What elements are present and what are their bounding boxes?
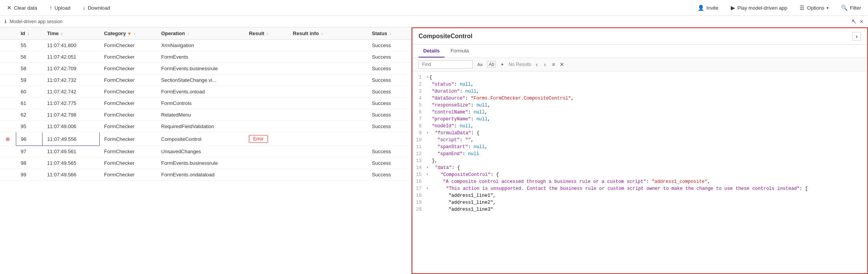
row-category: FormChecker	[99, 157, 157, 169]
row-indicator	[0, 63, 16, 74]
table-row[interactable]: ⊗9611:07:49.556FormCheckerCompositeContr…	[0, 132, 411, 146]
row-resultinfo	[288, 121, 368, 132]
toolbar: ✕ Clear data ↑ Upload ↓ Download 👤 Invit…	[0, 0, 868, 16]
find-regex[interactable]: ✦	[499, 61, 505, 68]
row-operation: FormEvents.ondataload	[157, 169, 244, 181]
find-input[interactable]	[419, 60, 473, 69]
json-line: 3 "duration": null,	[412, 88, 867, 95]
row-category: FormChecker	[99, 86, 157, 98]
clear-data-button[interactable]: ✕ Clear data	[5, 3, 39, 12]
line-content: "address1_line3"	[426, 207, 867, 212]
table-row[interactable]: 9911:07:49.566FormCheckerFormEvents.onda…	[0, 169, 411, 181]
th-category[interactable]: Category ▼ ↕	[99, 27, 157, 40]
collapse-button[interactable]: ▾	[426, 186, 429, 191]
row-category: FormChecker	[99, 63, 157, 74]
table-row[interactable]: 5811:07:42.709FormCheckerFormEvents.busi…	[0, 63, 411, 74]
line-number: 6	[412, 110, 426, 115]
json-line: 11 "spanStart": null,	[412, 144, 867, 151]
row-resultinfo	[288, 74, 368, 86]
row-result	[244, 109, 288, 121]
table-row[interactable]: 6011:07:42.742FormCheckerFormEvents.onlo…	[0, 86, 411, 98]
json-viewer: 1▾{2 "status": null,3 "duration": null,4…	[412, 71, 867, 273]
row-resultinfo	[288, 63, 368, 74]
th-time[interactable]: Time ↕	[43, 27, 100, 40]
table-row[interactable]: 6111:07:42.775FormCheckerFormControlsSuc…	[0, 98, 411, 109]
table-row[interactable]: 6211:07:42.798FormCheckerRelatedMenuSucc…	[0, 109, 411, 121]
collapse-button[interactable]: ▾	[426, 165, 429, 170]
row-category: FormChecker	[99, 40, 157, 51]
row-indicator	[0, 74, 16, 86]
download-button[interactable]: ↓ Download	[80, 3, 112, 12]
tab-details[interactable]: Details	[419, 45, 444, 58]
line-content: "duration": null,	[426, 89, 867, 94]
line-content: "CompositeControl": {	[429, 172, 867, 178]
row-time: 11:07:42.742	[43, 86, 100, 98]
row-operation: UnsavedChanges	[157, 146, 244, 157]
table-row[interactable]: 5511:07:41.800FormCheckerXrmNavigationSu…	[0, 40, 411, 51]
row-indicator	[0, 109, 16, 121]
row-indicator	[0, 121, 16, 132]
expand-button[interactable]: ›	[852, 32, 861, 41]
find-next-button[interactable]: ›	[543, 61, 548, 68]
json-line: 6 "controlName": null,	[412, 109, 867, 116]
table-row[interactable]: 5911:07:42.732FormCheckerSectionStateCha…	[0, 74, 411, 86]
status-badge: Error	[249, 135, 268, 143]
row-time: 11:07:49.556	[43, 132, 100, 146]
row-category: FormChecker	[99, 169, 157, 181]
th-resultinfo[interactable]: Result info ↕	[288, 27, 368, 40]
json-line: 7 "propertyName": null,	[412, 116, 867, 123]
row-status: Success	[367, 98, 411, 109]
line-number: 8	[412, 123, 426, 129]
row-resultinfo	[288, 146, 368, 157]
row-id: 55	[16, 40, 42, 51]
row-result	[244, 86, 288, 98]
line-content: "status": null,	[426, 82, 867, 87]
find-case-sensitive[interactable]: Aa	[476, 61, 484, 68]
find-close-button[interactable]: ✕	[560, 61, 564, 68]
line-number: 10	[412, 137, 426, 143]
row-category: FormChecker	[99, 146, 157, 157]
line-number: 13	[412, 158, 426, 164]
collapse-button[interactable]: ▾	[426, 172, 429, 177]
tab-formula[interactable]: Formula	[446, 45, 474, 58]
row-operation: FormControls	[157, 98, 244, 109]
line-content: "data": {	[429, 165, 867, 171]
th-id[interactable]: Id ↕	[16, 27, 42, 40]
id-sort-icon: ↕	[27, 32, 29, 36]
invite-icon: 👤	[698, 5, 704, 11]
filter-button[interactable]: 🔍 Filter	[839, 3, 863, 12]
table-row[interactable]: 5611:07:42.051FormCheckerFormEventsSucce…	[0, 51, 411, 63]
line-number: 20	[412, 207, 426, 212]
options-button[interactable]: ☰ Options ▾	[797, 3, 831, 12]
find-wrap-button[interactable]: ≡	[550, 61, 557, 68]
row-operation: FormEvents.onload	[157, 86, 244, 98]
data-table: Id ↕ Time ↕ Category ▼ ↕ Operation ↕	[0, 27, 411, 181]
table-row[interactable]: 9511:07:49.006FormCheckerRequiredFieldVa…	[0, 121, 411, 132]
collapse-button[interactable]: ▾	[426, 130, 429, 135]
upload-button[interactable]: ↑ Upload	[47, 3, 73, 12]
close-session-icon[interactable]: ✕	[859, 19, 863, 24]
line-content: "controlName": null,	[426, 110, 867, 115]
play-icon: ▶	[731, 5, 735, 11]
json-line: 14▾ "data": {	[412, 165, 867, 172]
row-id: 62	[16, 109, 42, 121]
table-row[interactable]: 9711:07:49.561FormCheckerUnsavedChangesS…	[0, 146, 411, 157]
find-prev-button[interactable]: ‹	[534, 61, 540, 68]
table-body: 5511:07:41.800FormCheckerXrmNavigationSu…	[0, 40, 411, 181]
json-line: 12 "spanEnd": null	[412, 151, 867, 158]
table-row[interactable]: 9811:07:49.565FormCheckerFormEvents.busi…	[0, 157, 411, 169]
row-indicator	[0, 98, 16, 109]
collapse-button[interactable]: ▾	[426, 75, 429, 79]
row-resultinfo	[288, 51, 368, 63]
th-status[interactable]: Status ↕	[367, 27, 411, 40]
th-operation[interactable]: Operation ↕	[157, 27, 244, 40]
invite-button[interactable]: 👤 Invite	[695, 3, 721, 12]
find-whole-word[interactable]: Ab	[487, 61, 496, 68]
row-status	[367, 132, 411, 146]
json-line: 5 "responseSize": null,	[412, 102, 867, 109]
row-id: 59	[16, 74, 42, 86]
play-button[interactable]: ▶ Play model-driven app	[728, 3, 790, 12]
th-result[interactable]: Result ↕	[244, 27, 288, 40]
row-result	[244, 98, 288, 109]
line-content: "address1_line2",	[426, 200, 867, 205]
